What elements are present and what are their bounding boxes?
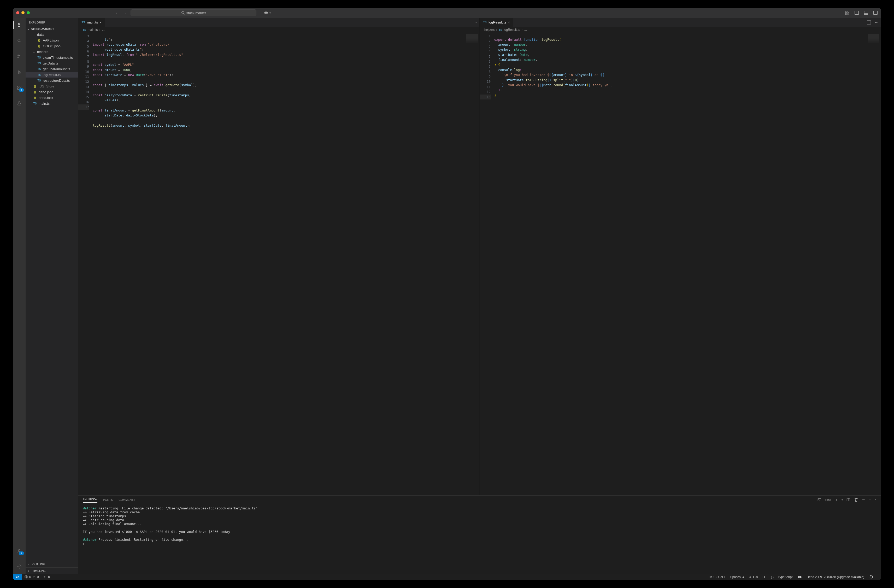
close-panel-icon[interactable]: × (875, 498, 876, 501)
minimap[interactable] (866, 33, 881, 495)
tab-main-ts[interactable]: TS main.ts × (78, 18, 105, 27)
code-editor-right[interactable]: 12345678910111213 export default functio… (480, 33, 881, 495)
close-tab-icon[interactable]: × (100, 20, 101, 24)
svg-point-28 (19, 566, 20, 567)
svg-rect-4 (265, 12, 267, 12)
workspace-folder-header[interactable]: ⌄ STOCK-MARKET (26, 27, 78, 31)
ts-file-icon: TS (33, 102, 37, 105)
cursor-position[interactable]: Ln 13, Col 1 (708, 575, 726, 579)
language-mode[interactable]: { } TypeScript (771, 575, 793, 579)
toggle-secondary-sidebar-icon[interactable] (873, 11, 878, 15)
file-deno-json[interactable]: {}deno.json (26, 89, 78, 95)
new-terminal-icon[interactable]: ＋ (835, 498, 838, 502)
search-view-icon[interactable] (13, 36, 26, 46)
file-deno-lock[interactable]: {}deno.lock (26, 95, 78, 101)
problems-indicator[interactable]: ⓧ0 ⚠0 (24, 575, 39, 579)
svg-rect-25 (20, 86, 21, 87)
source-control-icon[interactable] (13, 51, 26, 62)
command-center-search[interactable]: stock-market (131, 9, 257, 16)
run-debug-icon[interactable] (13, 67, 26, 77)
terminal-dropdown-icon[interactable]: ▾ (841, 499, 843, 501)
nav-forward-button[interactable]: → (123, 11, 126, 15)
file-aapl-json[interactable]: {}AAPL.json (26, 37, 78, 43)
eol-status[interactable]: LF (763, 575, 766, 579)
code-content[interactable]: export default function logResult( amoun… (493, 36, 866, 492)
json-file-icon: {} (33, 96, 37, 99)
close-window-button[interactable] (16, 11, 19, 14)
folder-data[interactable]: ⌄ data (26, 32, 78, 37)
deno-status[interactable]: Deno 2.1.9+28834a8 (Upgrade available) (807, 575, 864, 579)
svg-marker-20 (18, 71, 21, 74)
close-tab-icon[interactable]: × (508, 20, 510, 24)
warning-icon: ⚠ (33, 575, 36, 579)
toggle-sidebar-icon[interactable] (854, 11, 859, 15)
file-tree: ⌄ data {}AAPL.json{}GOOG.json ⌄ helpers … (26, 31, 78, 561)
file-logresult-ts[interactable]: TSlogResult.ts (26, 72, 78, 77)
panel-more-icon[interactable]: ⋯ (862, 498, 865, 502)
extensions-badge: 1 (19, 88, 24, 92)
sidebar-more-icon[interactable]: ⋯ (72, 21, 75, 24)
terminal-profile-icon[interactable] (817, 498, 821, 502)
status-bar: ⓧ0 ⚠0 ᯤ0 Ln 13, Col 1 Spaces: 4 UTF-8 LF… (13, 574, 881, 580)
minimize-window-button[interactable] (21, 11, 24, 14)
svg-line-1 (184, 14, 184, 15)
customize-layout-icon[interactable] (845, 11, 850, 15)
code-content[interactable]: ts"; import restructureData from "./help… (92, 36, 465, 492)
encoding-status[interactable]: UTF-8 (749, 575, 758, 579)
split-terminal-icon[interactable] (846, 498, 850, 502)
folder-helpers[interactable]: ⌄ helpers (26, 49, 78, 54)
search-text: stock-market (186, 11, 206, 15)
svg-rect-36 (799, 576, 801, 576)
editor-more-icon[interactable]: ⋯ (875, 20, 878, 24)
ts-file-icon: TS (37, 68, 41, 71)
tab-logresult-ts[interactable]: TS logResult.ts × (480, 18, 513, 27)
svg-point-15 (18, 39, 20, 41)
code-editor-left[interactable]: 3 456789101112 1314 151617 ts"; import r… (78, 33, 479, 495)
panel-tab-terminal[interactable]: TERMINAL (83, 497, 97, 503)
copilot-indicator[interactable]: ▾ (264, 11, 271, 15)
outline-section[interactable]: ›OUTLINE (26, 561, 78, 567)
ts-file-icon: TS (37, 79, 41, 82)
svg-rect-9 (855, 11, 859, 15)
explorer-icon[interactable] (13, 20, 26, 30)
terminal-kind-label[interactable]: deno (825, 498, 831, 501)
accounts-icon[interactable]: 1 (13, 546, 26, 556)
split-editor-icon[interactable] (867, 20, 871, 25)
svg-rect-31 (818, 499, 821, 501)
ts-file-icon: TS (483, 21, 487, 24)
panel-tab-ports[interactable]: PORTS (103, 498, 113, 501)
timeline-section[interactable]: ›TIMELINE (26, 567, 78, 574)
settings-gear-icon[interactable] (13, 561, 26, 572)
file-goog-json[interactable]: {}GOOG.json (26, 43, 78, 49)
bottom-panel: TERMINAL PORTS COMMENTS deno ＋ ▾ ⋯ ⌃ × (78, 495, 881, 574)
editor-more-icon[interactable]: ⋯ (473, 20, 477, 24)
json-file-icon: {} (37, 45, 41, 47)
file--ds-store[interactable]: {}.DS_Store (26, 83, 78, 89)
ports-indicator[interactable]: ᯤ0 (43, 575, 50, 579)
file-main-ts[interactable]: TSmain.ts (26, 101, 78, 106)
kill-terminal-icon[interactable] (854, 497, 858, 502)
copilot-status-icon[interactable] (797, 575, 802, 579)
file-getfinalamount-ts[interactable]: TSgetFinalAmount.ts (26, 66, 78, 72)
nav-back-button[interactable]: ← (115, 11, 119, 15)
ts-file-icon: TS (499, 29, 502, 31)
maximize-window-button[interactable] (27, 11, 30, 14)
toggle-panel-icon[interactable] (864, 11, 868, 15)
testing-icon[interactable] (13, 98, 26, 109)
breadcrumbs-right[interactable]: helpers › TS logResult.ts ›... (480, 27, 881, 33)
panel-tab-comments[interactable]: COMMENTS (119, 498, 135, 501)
breadcrumbs-left[interactable]: TS main.ts ›... (78, 27, 479, 33)
maximize-panel-icon[interactable]: ⌃ (869, 498, 871, 502)
remote-indicator[interactable] (13, 574, 22, 580)
svg-line-16 (20, 41, 21, 42)
search-icon (181, 11, 185, 15)
vscode-window: ← → stock-market ▾ (13, 8, 881, 580)
file-restructuredata-ts[interactable]: TSrestructureData.ts (26, 77, 78, 83)
terminal-output[interactable]: Watcher Restarting! File change detected… (78, 504, 881, 574)
file-getdata-ts[interactable]: TSgetData.ts (26, 60, 78, 66)
minimap[interactable] (465, 33, 479, 495)
notifications-bell-icon[interactable] (869, 575, 874, 579)
extensions-icon[interactable]: 1 (13, 83, 26, 93)
file-cleantimestamps-ts[interactable]: TScleanTimestamps.ts (26, 54, 78, 60)
indentation-status[interactable]: Spaces: 4 (730, 575, 744, 579)
